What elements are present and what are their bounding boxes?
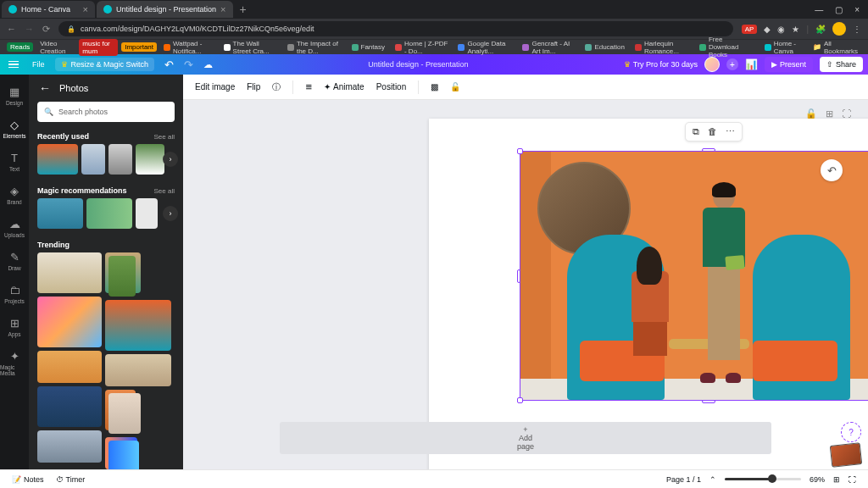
zoom-level[interactable]: 69%	[810, 475, 825, 484]
extensions-icon[interactable]: 🧩	[815, 25, 826, 34]
selected-image[interactable]: ⟳	[520, 151, 868, 401]
info-icon[interactable]: ⓘ	[272, 81, 281, 93]
browser-tab[interactable]: Untitled design - Presentation ×	[97, 1, 233, 18]
photo-thumbnail[interactable]	[108, 441, 139, 469]
new-tab-button[interactable]: +	[233, 3, 253, 16]
back-button[interactable]: ←	[39, 81, 51, 95]
back-icon[interactable]: ←	[7, 24, 16, 35]
forward-icon[interactable]: →	[25, 24, 34, 35]
undo-fab[interactable]: ↶	[821, 159, 843, 181]
bookmark-item[interactable]: Reads	[7, 42, 33, 52]
rail-magic-media[interactable]: ✦Magic Media	[0, 346, 29, 380]
edit-image-button[interactable]: Edit image	[195, 82, 235, 92]
page-indicator[interactable]: Page 1 / 1	[666, 475, 701, 484]
notes-button[interactable]: 📝 Notes	[12, 475, 44, 484]
undo-button[interactable]: ↶	[164, 58, 174, 71]
zoom-slider[interactable]	[725, 478, 801, 480]
rail-uploads[interactable]: ☁Uploads	[0, 214, 29, 241]
browser-tab[interactable]: Home - Canva ×	[2, 1, 95, 18]
rail-design[interactable]: ▦Design	[0, 81, 29, 109]
share-button[interactable]: ⇧Share	[820, 57, 863, 72]
extension-icon[interactable]: ★	[792, 25, 799, 34]
resize-handle[interactable]	[517, 397, 523, 403]
menu-icon[interactable]: ⋮	[853, 25, 861, 34]
duplicate-icon[interactable]: ⧉	[693, 126, 699, 137]
photo-thumbnail[interactable]	[136, 198, 158, 229]
bookmark-item[interactable]: The Impact of the D...	[284, 39, 345, 56]
analytics-icon[interactable]: 📊	[745, 58, 758, 70]
extension-icon[interactable]: ◉	[777, 25, 785, 34]
bookmark-item[interactable]: The Wall Street Cra...	[220, 39, 281, 56]
lock-icon[interactable]: 🔓	[450, 82, 460, 92]
fullscreen-icon[interactable]: ⛶	[849, 475, 856, 484]
bookmark-item[interactable]: Home - Canva	[761, 39, 806, 56]
chevron-up-icon[interactable]: ⌃	[709, 475, 716, 484]
position-button[interactable]: Position	[376, 82, 407, 92]
list-icon[interactable]: ≡	[305, 80, 312, 93]
see-all-link[interactable]: See all	[154, 187, 175, 195]
photo-thumbnail[interactable]	[37, 386, 102, 427]
delete-icon[interactable]: 🗑	[708, 126, 717, 137]
help-button[interactable]: ?	[841, 422, 861, 442]
bookmark-item[interactable]: Important	[121, 42, 157, 52]
photo-thumbnail[interactable]	[37, 297, 102, 347]
floating-thumbnail[interactable]	[830, 442, 863, 468]
bookmark-item[interactable]: Free Download Books	[696, 35, 758, 59]
rail-projects[interactable]: 🗀Projects	[0, 280, 29, 308]
more-icon[interactable]: ⋯	[726, 126, 735, 137]
add-collaborator-button[interactable]: +	[726, 58, 738, 70]
profile-avatar[interactable]	[832, 22, 846, 36]
document-title[interactable]: Untitled design - Presentation	[368, 60, 468, 69]
close-icon[interactable]: ×	[854, 5, 860, 14]
bookmark-item[interactable]: Harlequin Romance...	[632, 39, 693, 56]
menu-button[interactable]	[5, 58, 22, 72]
resize-handle[interactable]	[517, 148, 523, 154]
photo-thumbnail[interactable]	[136, 144, 164, 175]
search-input[interactable]: 🔍 Search photos	[37, 102, 175, 122]
resize-handle[interactable]	[702, 400, 715, 403]
photo-thumbnail[interactable]	[37, 144, 78, 175]
user-avatar[interactable]	[704, 57, 720, 72]
bookmark-item[interactable]: Wattpad - Notifica...	[160, 39, 217, 56]
photo-thumbnail[interactable]	[108, 393, 141, 434]
close-icon[interactable]: ×	[83, 4, 88, 14]
grid-view-icon[interactable]: ⊞	[833, 475, 840, 484]
photo-thumbnail[interactable]	[37, 351, 102, 383]
photo-thumbnail[interactable]	[86, 198, 132, 229]
photo-thumbnail[interactable]	[37, 252, 102, 293]
photo-thumbnail[interactable]	[108, 256, 136, 297]
photo-thumbnail[interactable]	[37, 198, 83, 229]
extension-icon[interactable]: ◆	[764, 25, 771, 34]
bookmark-item[interactable]: Fantasy	[348, 42, 388, 52]
bookmark-item[interactable]: Education	[581, 42, 628, 52]
close-icon[interactable]: ×	[220, 4, 225, 14]
minimize-icon[interactable]: —	[815, 5, 823, 14]
resize-handle[interactable]	[702, 148, 715, 152]
transparency-icon[interactable]: ▩	[431, 82, 438, 92]
rail-brand[interactable]: ◈Brand	[0, 180, 29, 208]
flip-button[interactable]: Flip	[247, 82, 260, 92]
bookmark-item[interactable]: music for mum	[79, 39, 118, 56]
bookmark-item[interactable]: Gencraft - AI Art Im...	[519, 39, 578, 56]
url-input[interactable]: 🔒 canva.com/design/DAGHY2LqVM0/KCDTLilDz…	[58, 21, 733, 36]
scroll-right-button[interactable]: ›	[163, 152, 178, 167]
rail-elements[interactable]: ◇Elements	[0, 114, 29, 142]
rail-draw[interactable]: ✎Draw	[0, 247, 29, 274]
extension-badge[interactable]: AP	[742, 25, 758, 34]
photo-thumbnail[interactable]	[37, 430, 102, 463]
redo-button[interactable]: ↷	[184, 58, 193, 71]
see-all-link[interactable]: See all	[154, 133, 175, 141]
bookmark-item[interactable]: Home | Z-PDF - Do...	[392, 39, 452, 56]
rail-apps[interactable]: ⊞Apps	[0, 313, 29, 341]
photo-thumbnail[interactable]	[105, 300, 171, 351]
reload-icon[interactable]: ⟳	[42, 24, 50, 35]
add-page-button[interactable]: + Add page	[280, 422, 771, 454]
bookmark-item[interactable]: Google Data Analyti...	[454, 39, 515, 56]
file-menu[interactable]: File	[32, 60, 45, 69]
scroll-right-button[interactable]: ›	[163, 206, 178, 221]
resize-handle[interactable]	[517, 269, 520, 283]
maximize-icon[interactable]: ▢	[835, 5, 843, 14]
resize-button[interactable]: ♛Resize & Magic Switch	[55, 58, 155, 71]
bookmark-item[interactable]: Video Creation	[36, 39, 75, 56]
all-bookmarks-button[interactable]: 📁 All Bookmarks	[810, 39, 861, 56]
